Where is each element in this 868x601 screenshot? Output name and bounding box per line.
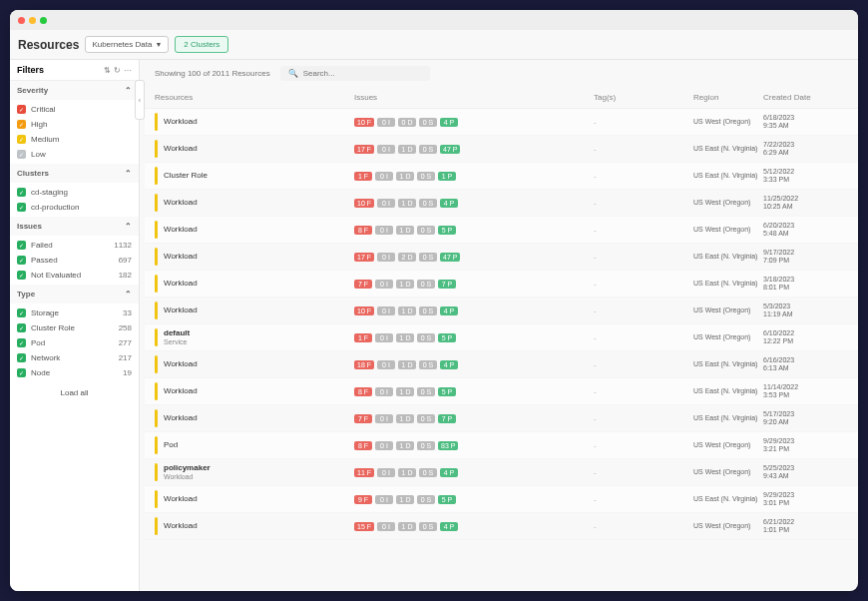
pill-info[interactable]: 0 I <box>377 253 395 262</box>
checkbox-icon[interactable]: ✓ <box>17 353 26 362</box>
load-all-button[interactable]: Load all <box>10 382 139 403</box>
pill-s[interactable]: 0 S <box>419 118 437 127</box>
pill-failed[interactable]: 7 F <box>354 414 372 423</box>
pill-s[interactable]: 0 S <box>419 360 437 369</box>
pill-d[interactable]: 1 D <box>398 199 416 208</box>
pill-info[interactable]: 0 I <box>375 172 393 181</box>
filter-item[interactable]: ✓Failed1132 <box>10 238 139 253</box>
pill-passed[interactable]: 4 P <box>440 468 458 477</box>
pill-passed[interactable]: 7 P <box>438 414 456 423</box>
pill-info[interactable]: 0 I <box>377 522 395 531</box>
pill-info[interactable]: 0 I <box>377 145 395 154</box>
pill-passed[interactable]: 4 P <box>440 118 458 127</box>
filter-item[interactable]: ✓Low <box>10 147 139 162</box>
pill-d[interactable]: 1 D <box>396 280 414 289</box>
filter-item[interactable]: ✓Critical <box>10 102 139 117</box>
pill-failed[interactable]: 17 F <box>354 253 374 262</box>
sidebar-collapse-button[interactable]: ‹ <box>135 80 145 120</box>
pill-info[interactable]: 0 I <box>375 387 393 396</box>
pill-failed[interactable]: 8 F <box>354 226 372 235</box>
pill-d[interactable]: 1 D <box>398 145 416 154</box>
more-icon[interactable]: ⋯ <box>124 66 132 75</box>
filter-item[interactable]: ✓cd-production <box>10 200 139 215</box>
table-row[interactable]: Workload 7 F 0 I 1 D 0 S 7 P - US East (… <box>145 271 858 298</box>
pill-s[interactable]: 0 S <box>417 226 435 235</box>
pill-s[interactable]: 0 S <box>417 414 435 423</box>
pill-failed[interactable]: 10 F <box>354 118 374 127</box>
filter-section-severity[interactable]: Severity⌃ <box>10 81 139 100</box>
filter-item[interactable]: ✓High <box>10 117 139 132</box>
table-row[interactable]: Workload 8 F 0 I 1 D 0 S 5 P - US West (… <box>145 217 858 244</box>
pill-d[interactable]: 1 D <box>396 226 414 235</box>
checkbox-icon[interactable]: ✓ <box>17 256 26 265</box>
pill-d[interactable]: 1 D <box>398 468 416 477</box>
filter-item[interactable]: ✓Passed697 <box>10 253 139 268</box>
checkbox-icon[interactable]: ✓ <box>17 323 26 332</box>
pill-passed[interactable]: 4 P <box>440 522 458 531</box>
checkbox-icon[interactable]: ✓ <box>17 188 26 197</box>
checkbox-icon[interactable]: ✓ <box>17 203 26 212</box>
pill-info[interactable]: 0 I <box>377 468 395 477</box>
table-row[interactable]: Pod 8 F 0 I 1 D 0 S 83 P - US West (Oreg… <box>145 432 858 459</box>
pill-info[interactable]: 0 I <box>375 280 393 289</box>
pill-failed[interactable]: 1 F <box>354 172 372 181</box>
table-row[interactable]: Workload 17 F 0 I 2 D 0 S 47 P - US East… <box>145 244 858 271</box>
search-input[interactable] <box>303 69 422 78</box>
pill-d[interactable]: 1 D <box>396 172 414 181</box>
filter-item[interactable]: ✓Medium <box>10 132 139 147</box>
pill-d[interactable]: 1 D <box>396 414 414 423</box>
pill-failed[interactable]: 17 F <box>354 145 374 154</box>
pill-passed[interactable]: 5 P <box>438 495 456 504</box>
table-row[interactable]: Workload 18 F 0 I 1 D 0 S 4 P - US East … <box>145 351 858 378</box>
pill-passed[interactable]: 1 P <box>438 172 456 181</box>
pill-s[interactable]: 0 S <box>419 253 437 262</box>
pill-s[interactable]: 0 S <box>417 280 435 289</box>
filter-item[interactable]: ✓Pod277 <box>10 335 139 350</box>
pill-s[interactable]: 0 S <box>417 441 435 450</box>
pill-info[interactable]: 0 I <box>377 360 395 369</box>
pill-passed[interactable]: 4 P <box>440 199 458 208</box>
pill-d[interactable]: 1 D <box>396 333 414 342</box>
pill-info[interactable]: 0 I <box>377 306 395 315</box>
pill-d[interactable]: 1 D <box>398 306 416 315</box>
col-resources[interactable]: Resources <box>155 93 354 102</box>
filter-section-type[interactable]: Type⌃ <box>10 285 139 303</box>
pill-passed[interactable]: 47 P <box>440 145 460 154</box>
pill-info[interactable]: 0 I <box>375 495 393 504</box>
checkbox-icon[interactable]: ✓ <box>17 271 26 280</box>
pill-failed[interactable]: 10 F <box>354 306 374 315</box>
table-row[interactable]: Workload 8 F 0 I 1 D 0 S 5 P - US East (… <box>145 378 858 405</box>
pill-info[interactable]: 0 I <box>375 441 393 450</box>
pill-d[interactable]: 2 D <box>398 253 416 262</box>
checkbox-icon[interactable]: ✓ <box>17 338 26 347</box>
pill-s[interactable]: 0 S <box>419 522 437 531</box>
checkbox-icon[interactable]: ✓ <box>17 368 26 377</box>
pill-passed[interactable]: 7 P <box>438 280 456 289</box>
table-row[interactable]: Workload 15 F 0 I 1 D 0 S 4 P - US West … <box>145 513 858 540</box>
search-box[interactable]: 🔍 <box>280 66 430 81</box>
pill-failed[interactable]: 8 F <box>354 387 372 396</box>
pill-d[interactable]: 1 D <box>396 495 414 504</box>
pill-failed[interactable]: 15 F <box>354 522 374 531</box>
window-min-dot[interactable] <box>29 17 36 24</box>
checkbox-icon[interactable]: ✓ <box>17 105 26 114</box>
pill-passed[interactable]: 5 P <box>438 333 456 342</box>
pill-failed[interactable]: 18 F <box>354 360 374 369</box>
filter-item[interactable]: ✓Cluster Role258 <box>10 320 139 335</box>
filter-item[interactable]: ✓Network217 <box>10 350 139 365</box>
pill-d[interactable]: 1 D <box>398 360 416 369</box>
pill-s[interactable]: 0 S <box>417 387 435 396</box>
table-row[interactable]: Workload 7 F 0 I 1 D 0 S 7 P - US East (… <box>145 405 858 432</box>
table-row[interactable]: Workload 10 F 0 I 1 D 0 S 4 P - US West … <box>145 190 858 217</box>
checkbox-icon[interactable]: ✓ <box>17 135 26 144</box>
table-row[interactable]: Workload 10 F 0 I 0 D 0 S 4 P - US West … <box>145 109 858 136</box>
table-row[interactable]: Workload 17 F 0 I 1 D 0 S 47 P - US East… <box>145 136 858 163</box>
pill-info[interactable]: 0 I <box>377 118 395 127</box>
filter-item[interactable]: ✓Not Evaluated182 <box>10 268 139 283</box>
table-row[interactable]: Workload 10 F 0 I 1 D 0 S 4 P - US West … <box>145 298 858 324</box>
pill-failed[interactable]: 8 F <box>354 441 372 450</box>
pill-failed[interactable]: 1 F <box>354 333 372 342</box>
checkbox-icon[interactable]: ✓ <box>17 308 26 317</box>
table-row[interactable]: Workload 9 F 0 I 1 D 0 S 5 P - US East (… <box>145 486 858 513</box>
pill-passed[interactable]: 83 P <box>438 441 458 450</box>
